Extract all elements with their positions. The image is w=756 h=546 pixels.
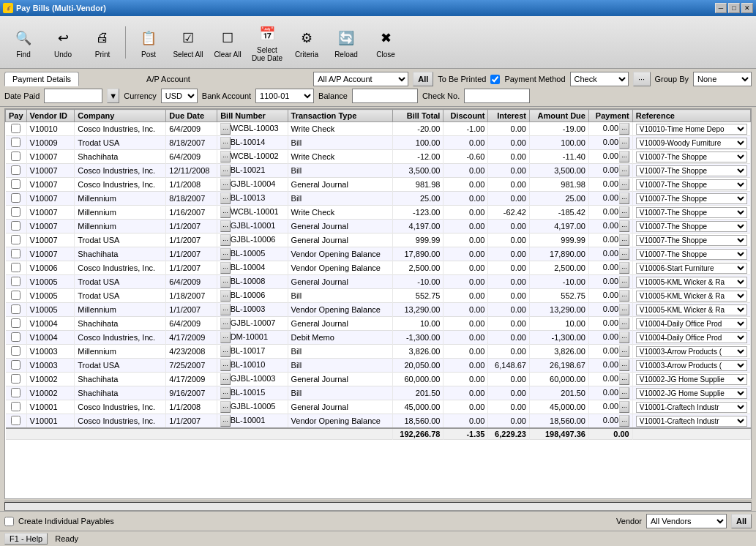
table-row[interactable]: V10007 Shachihata 6/4/2009 ···WCBL-10002… [6,150,751,164]
print-button[interactable]: 🖨 Print [83,23,121,61]
table-row[interactable]: V10007 Cosco Industries, Inc. 1/1/2008 ·… [6,178,751,192]
table-row[interactable]: V10004 Cosco Industries, Inc. 4/17/2009 … [6,331,751,345]
bill-number-cell[interactable]: ···BL-10008 [217,275,288,289]
bill-number-cell[interactable]: ···GJBL-10005 [217,400,288,414]
payment-dots-btn[interactable]: ··· [619,206,629,218]
all-ap-button[interactable]: All [413,72,433,86]
maximize-button[interactable]: □ [728,3,740,13]
bill-dots-btn[interactable]: ··· [220,373,231,385]
table-row[interactable]: V10006 Cosco Industries, Inc. 1/1/2007 ·… [6,261,751,275]
reference-cell[interactable]: V10007-The Shoppe [632,247,750,261]
pay-cell[interactable] [6,386,27,400]
table-row[interactable]: V10001 Cosco Industries, Inc. 1/1/2007 ·… [6,414,751,429]
vendor-select[interactable]: All Vendors [646,514,727,528]
bill-number-cell[interactable]: ···GJBL-10006 [217,233,288,247]
pay-cell[interactable] [6,317,27,331]
date-paid-calendar-btn[interactable]: ▼ [107,89,119,103]
bill-dots-btn[interactable]: ··· [220,248,231,260]
payment-cell[interactable]: 0.00··· [588,386,632,400]
close-button[interactable]: ✕ [741,3,753,13]
reference-cell[interactable]: V10007-The Shoppe [632,150,750,164]
create-individual-payables-checkbox[interactable] [4,517,14,526]
bill-number-cell[interactable]: ···BL-10014 [217,136,288,150]
reload-button[interactable]: 🔄 Reload [327,23,365,61]
balance-input[interactable]: 445,804.71 [352,89,418,103]
pay-cell[interactable] [6,261,27,275]
pay-cell[interactable] [6,247,27,261]
payment-dots-btn[interactable]: ··· [619,234,629,246]
bill-number-cell[interactable]: ···WCBL-10003 [217,122,288,136]
reference-select[interactable]: V10005-KML Wicker & Ra [636,277,747,288]
bill-number-cell[interactable]: ···GJBL-10001 [217,220,288,233]
table-row[interactable]: V10009 Trodat USA 8/18/2007 ···BL-10014 … [6,136,751,150]
payment-dots-btn[interactable]: ··· [619,318,629,329]
pay-cell[interactable] [6,206,27,220]
reference-cell[interactable]: V10009-Woody Furniture [632,136,750,150]
payment-cell[interactable]: 0.00··· [588,317,632,331]
table-row[interactable]: V10004 Shachihata 6/4/2009 ···GJBL-10007… [6,317,751,331]
reference-cell[interactable]: V10004-Daily Office Prod [632,331,750,345]
to-be-printed-checkbox[interactable] [490,75,500,84]
reference-cell[interactable]: V10007-The Shoppe [632,164,750,178]
bill-dots-btn[interactable]: ··· [220,151,231,162]
payment-cell[interactable]: 0.00··· [588,122,632,136]
reference-cell[interactable]: V10007-The Shoppe [632,192,750,206]
bill-dots-btn[interactable]: ··· [220,359,231,371]
bill-number-cell[interactable]: ···GJBL-10003 [217,373,288,386]
bill-number-cell[interactable]: ···BL-10015 [217,386,288,400]
reference-select[interactable]: V10007-The Shoppe [636,249,747,260]
date-paid-input[interactable]: 6/4/2009 [44,89,102,103]
reference-cell[interactable]: V10006-Start Furniture [632,261,750,275]
bill-number-cell[interactable]: ···BL-10013 [217,192,288,206]
bill-number-cell[interactable]: ···GJBL-10007 [217,317,288,331]
find-button[interactable]: 🔍 Find [4,23,42,61]
horizontal-scrollbar[interactable] [4,502,752,511]
bill-dots-btn[interactable]: ··· [220,387,231,399]
payment-cell[interactable]: 0.00··· [588,178,632,192]
payment-cell[interactable]: 0.00··· [588,206,632,220]
table-row[interactable]: V10001 Cosco Industries, Inc. 1/1/2008 ·… [6,400,751,414]
table-row[interactable]: V10002 Shachihata 9/16/2007 ···BL-10015 … [6,386,751,400]
reference-select[interactable]: V10010-Time Home Depo [636,124,747,135]
reference-select[interactable]: V10001-Craftech Industr [636,402,747,413]
table-row[interactable]: V10005 Trodat USA 1/18/2007 ···BL-10006 … [6,289,751,303]
bill-dots-btn[interactable]: ··· [220,165,231,176]
bill-number-cell[interactable]: ···WCBL-10002 [217,150,288,164]
payment-dots-btn[interactable]: ··· [619,151,629,162]
bill-dots-btn[interactable]: ··· [220,401,231,413]
bill-number-cell[interactable]: ···GJBL-10004 [217,178,288,192]
group-by-select[interactable]: None [693,72,752,86]
reference-cell[interactable]: V10002-JG Home Supplie [632,373,750,386]
payment-dots-btn[interactable]: ··· [619,137,629,149]
payment-dots-btn[interactable]: ··· [619,123,629,135]
reference-select[interactable]: V10002-JG Home Supplie [636,374,747,385]
close-window-button[interactable]: ✖ Close [367,23,405,61]
payment-dots-btn[interactable]: ··· [619,192,629,204]
table-row[interactable]: V10010 Cosco Industries, Inc. 6/4/2009 ·… [6,122,751,136]
reference-select[interactable]: V10005-KML Wicker & Ra [636,291,747,302]
table-row[interactable]: V10007 Shachihata 1/1/2007 ···BL-10005 V… [6,247,751,261]
bill-dots-btn[interactable]: ··· [220,345,231,357]
bill-dots-btn[interactable]: ··· [220,179,231,190]
table-row[interactable]: V10003 Millennium 4/23/2008 ···BL-10017 … [6,345,751,359]
reference-cell[interactable]: V10002-JG Home Supplie [632,386,750,400]
payment-cell[interactable]: 0.00··· [588,247,632,261]
reference-select[interactable]: V10001-Craftech Industr [636,416,747,427]
reference-select[interactable]: V10004-Daily Office Prod [636,318,747,329]
bill-number-cell[interactable]: ···WCBL-10001 [217,206,288,220]
payment-cell[interactable]: 0.00··· [588,359,632,373]
pay-cell[interactable] [6,192,27,206]
payment-cell[interactable]: 0.00··· [588,289,632,303]
table-row[interactable]: V10007 Millennium 8/18/2007 ···BL-10013 … [6,192,751,206]
reference-cell[interactable]: V10001-Craftech Industr [632,414,750,429]
bill-number-cell[interactable]: ···BL-10004 [217,261,288,275]
bank-account-select[interactable]: 1100-01 [255,89,314,103]
help-button[interactable]: F1 - Help [4,533,48,545]
bill-number-cell[interactable]: ···DM-10001 [217,331,288,345]
pay-cell[interactable] [6,331,27,345]
table-row[interactable]: V10007 Cosco Industries, Inc. 12/11/2008… [6,164,751,178]
bill-dots-btn[interactable]: ··· [220,220,231,232]
bills-table-container[interactable]: Pay Vendor ID Company Due Date Bill Numb… [4,108,752,499]
payment-cell[interactable]: 0.00··· [588,136,632,150]
table-row[interactable]: V10007 Millennium 1/1/2007 ···GJBL-10001… [6,220,751,233]
